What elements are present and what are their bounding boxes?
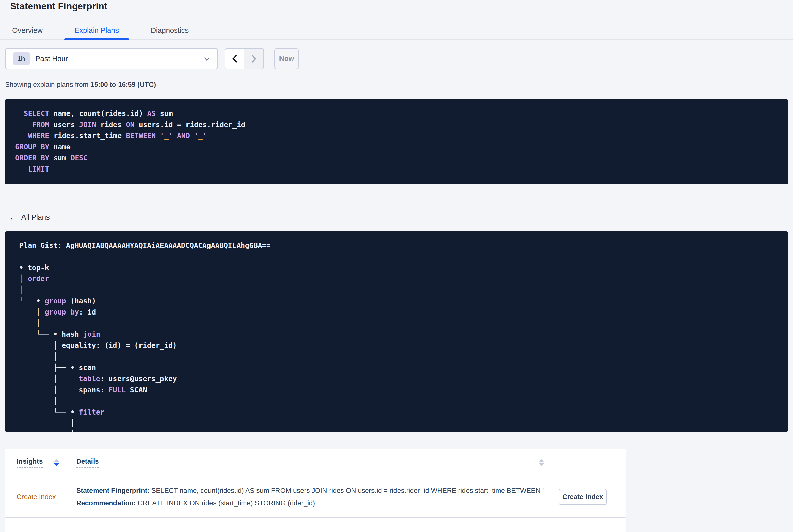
tab-explain-plans[interactable]: Explain Plans (64, 21, 129, 40)
time-range-badge: 1h (13, 52, 30, 65)
chevron-down-icon (203, 56, 211, 62)
recommendation-detail-text: CREATE INDEX ON rides (start_time) STORI… (136, 499, 317, 507)
details-header-label[interactable]: Details (76, 457, 99, 468)
now-button[interactable]: Now (275, 48, 299, 69)
sort-desc-icon (539, 463, 544, 466)
all-plans-back-link[interactable]: ← All Plans (9, 213, 50, 222)
time-controls: 1h Past Hour Now (0, 48, 793, 69)
fingerprint-detail-label: Statement Fingerprint: (76, 487, 150, 494)
tab-overview[interactable]: Overview (2, 21, 53, 40)
sql-fingerprint-block: SELECT name, count(rides.id) AS sum FROM… (5, 99, 788, 185)
sort-icon-details[interactable] (539, 459, 544, 466)
insight-type-cell: Create Index (17, 493, 76, 501)
insights-header-label[interactable]: Insights (17, 457, 43, 468)
subtitle-prefix: Showing explain plans from (5, 81, 91, 89)
sort-asc-icon (539, 459, 544, 462)
subtitle-range: 15:00 to 16:59 (UTC) (91, 81, 156, 89)
create-index-button[interactable]: Create Index (559, 489, 606, 505)
create-index-link[interactable]: Create Index (17, 493, 56, 501)
tab-bar: Overview Explain Plans Diagnostics (0, 21, 793, 40)
fingerprint-detail-text: SELECT name, count(rides.id) AS sum FROM… (150, 487, 544, 494)
time-range-select[interactable]: 1h Past Hour (5, 48, 218, 69)
recommendation-detail-line: Recommendation: CREATE INDEX ON rides (s… (76, 497, 544, 510)
time-range-label: Past Hour (35, 55, 68, 63)
time-nav-group (225, 48, 264, 69)
insights-table: Insights Details Create Index Statement … (5, 449, 626, 532)
chevron-right-icon (250, 54, 258, 64)
plan-gist-block: Plan Gist: AgHUAQIABQAAAAHYAQIAiAEAAAADC… (5, 231, 788, 432)
insights-column-header: Insights (17, 457, 76, 468)
all-plans-label: All Plans (21, 213, 50, 222)
page-title: Statement Fingerprint (10, 1, 107, 12)
recommendation-detail-label: Recommendation: (76, 499, 136, 507)
section-divider (5, 205, 788, 205)
next-interval-button[interactable] (244, 49, 263, 69)
table-row: Create Index Statement Fingerprint: SELE… (5, 476, 626, 518)
tab-diagnostics[interactable]: Diagnostics (141, 21, 199, 40)
details-column-header: Details (76, 457, 544, 468)
statement-fingerprint-page: { "page": { "title": "Statement Fingerpr… (0, 0, 793, 532)
previous-interval-button[interactable] (225, 49, 244, 69)
chevron-left-icon (230, 54, 239, 64)
sort-asc-icon (54, 459, 59, 462)
details-cell: Statement Fingerprint: SELECT name, coun… (76, 484, 544, 510)
fingerprint-detail-line: Statement Fingerprint: SELECT name, coun… (76, 484, 544, 497)
showing-plans-subtitle: Showing explain plans from 15:00 to 16:5… (5, 81, 156, 89)
sort-icon-insights[interactable] (54, 459, 59, 466)
insights-table-header: Insights Details (5, 449, 626, 476)
arrow-left-icon: ← (9, 213, 17, 222)
sort-desc-icon (54, 463, 59, 466)
